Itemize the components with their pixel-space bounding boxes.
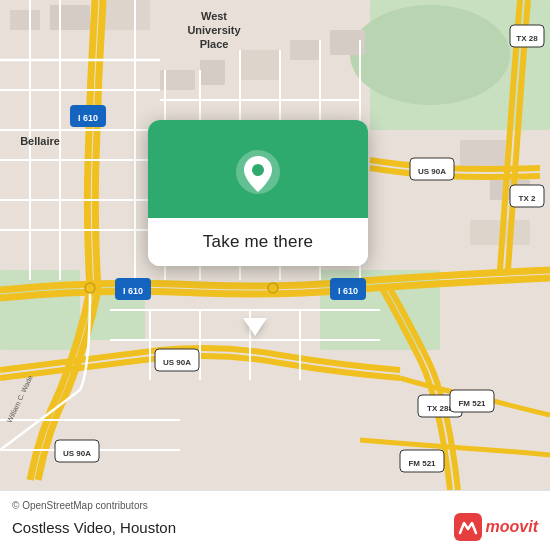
svg-text:University: University [187,24,241,36]
svg-text:Place: Place [200,38,229,50]
svg-text:TX 288: TX 288 [427,404,453,413]
svg-text:US 90A: US 90A [63,449,91,458]
svg-rect-6 [10,10,40,30]
svg-text:TX 2: TX 2 [519,194,536,203]
popup-pointer [243,318,267,336]
svg-text:Bellaire: Bellaire [20,135,60,147]
svg-rect-14 [460,140,510,170]
svg-text:I 610: I 610 [338,286,358,296]
svg-point-5 [350,5,510,105]
moovit-logo: moovit [454,513,538,541]
map-attribution: © OpenStreetMap contributors [12,500,538,511]
svg-text:I 610: I 610 [78,113,98,123]
svg-text:US 90A: US 90A [418,167,446,176]
svg-rect-7 [50,5,90,30]
location-pin-icon [234,148,282,196]
svg-text:TX 28: TX 28 [516,34,538,43]
svg-text:I 610: I 610 [123,286,143,296]
svg-point-71 [85,283,95,293]
popup-card: Take me there [148,120,368,266]
map-container: I 610 I 610 I 610 US 90A US 90A US 90A T… [0,0,550,490]
svg-text:FM 521: FM 521 [458,399,486,408]
svg-rect-11 [240,50,280,80]
take-me-there-button[interactable]: Take me there [148,218,368,266]
bottom-bar: © OpenStreetMap contributors Costless Vi… [0,490,550,550]
svg-rect-8 [100,0,150,30]
popup-green-area [148,120,368,218]
moovit-brand-text: moovit [486,518,538,536]
svg-rect-10 [200,60,225,85]
moovit-icon [454,513,482,541]
svg-text:US 90A: US 90A [163,358,191,367]
svg-point-74 [252,164,264,176]
bottom-info: Costless Video, Houston moovit [12,513,538,541]
svg-rect-12 [290,40,320,60]
svg-text:West: West [201,10,227,22]
svg-text:FM 521: FM 521 [408,459,436,468]
svg-point-72 [268,283,278,293]
place-title: Costless Video, Houston [12,519,176,536]
